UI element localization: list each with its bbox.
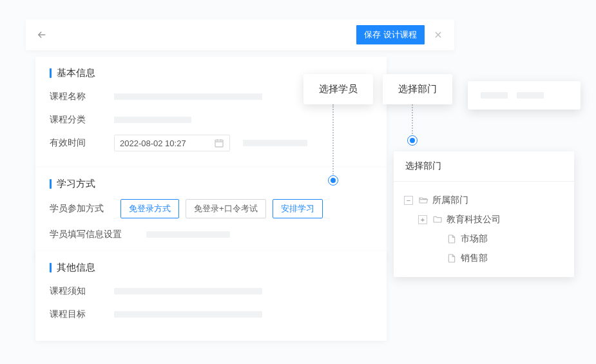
student-info-placeholder xyxy=(146,231,230,238)
dot-marker-student xyxy=(328,175,338,186)
course-goal-label: 课程目标 xyxy=(50,309,114,320)
stub-placeholder-2 xyxy=(517,92,544,99)
course-category-placeholder xyxy=(114,117,191,123)
calendar-icon xyxy=(214,138,224,148)
folder-icon xyxy=(432,215,443,225)
topbar: 保存 设计课程 xyxy=(26,19,454,50)
tree-node-marketing-label: 市场部 xyxy=(461,233,488,245)
valid-time-label: 有效时间 xyxy=(50,137,114,149)
file-icon xyxy=(447,253,457,263)
department-tree: − 所属部门 + 教育科技公司 市场部 销售部 xyxy=(394,182,574,268)
tree-node-sales[interactable]: 销售部 xyxy=(404,249,564,268)
tree-node-sales-label: 销售部 xyxy=(461,253,488,264)
student-info-label: 学员填写信息设置 xyxy=(50,229,146,240)
course-notice-placeholder xyxy=(114,288,262,294)
department-panel-title: 选择部门 xyxy=(394,151,574,182)
valid-time-extra-placeholder xyxy=(243,140,307,146)
other-info-card: 其他信息 课程须知 课程目标 xyxy=(35,251,387,341)
course-name-label: 课程名称 xyxy=(50,91,114,102)
connector-dept xyxy=(412,104,413,137)
course-goal-placeholder xyxy=(114,311,262,318)
valid-time-input-wrap[interactable] xyxy=(114,135,230,151)
dot-marker-dept xyxy=(407,135,418,146)
course-notice-row: 课程须知 xyxy=(50,283,372,300)
tree-expand-icon[interactable]: + xyxy=(418,215,427,224)
student-info-row: 学员填写信息设置 xyxy=(50,226,372,243)
tree-node-root-label: 所属部门 xyxy=(432,195,468,206)
option-login-free-exam[interactable]: 免登录+口令考试 xyxy=(186,199,266,218)
course-goal-row: 课程目标 xyxy=(50,306,372,323)
folder-open-icon xyxy=(418,195,428,206)
participation-label: 学员参加方式 xyxy=(50,203,120,215)
tree-node-root[interactable]: − 所属部门 xyxy=(404,191,564,210)
tree-node-company[interactable]: + 教育科技公司 xyxy=(404,210,564,229)
stub-placeholder-1 xyxy=(481,92,508,99)
select-student-tab[interactable]: 选择学员 xyxy=(303,74,373,104)
participation-row: 学员参加方式 免登录方式 免登录+口令考试 安排学习 xyxy=(50,199,372,218)
option-arrange-study[interactable]: 安排学习 xyxy=(273,199,323,218)
valid-time-row: 有效时间 xyxy=(50,135,372,151)
option-login-free[interactable]: 免登录方式 xyxy=(120,199,179,218)
valid-time-input[interactable] xyxy=(120,139,214,148)
select-department-tab[interactable]: 选择部门 xyxy=(383,74,452,104)
svg-rect-0 xyxy=(215,140,223,147)
course-category-row: 课程分类 xyxy=(50,111,372,128)
other-info-title: 其他信息 xyxy=(50,262,372,274)
back-button[interactable] xyxy=(35,28,49,42)
study-mode-title: 学习方式 xyxy=(50,178,372,190)
course-notice-label: 课程须知 xyxy=(50,285,114,297)
popover-extra xyxy=(468,81,581,110)
tree-node-marketing[interactable]: 市场部 xyxy=(404,229,564,249)
arrow-left-icon xyxy=(36,29,48,41)
save-design-button[interactable]: 保存 设计课程 xyxy=(356,25,425,44)
connector-student xyxy=(332,104,334,177)
tree-collapse-icon[interactable]: − xyxy=(404,196,413,205)
department-panel: 选择部门 − 所属部门 + 教育科技公司 市场部 销售部 xyxy=(394,151,574,277)
course-name-placeholder xyxy=(114,93,262,100)
course-category-label: 课程分类 xyxy=(50,114,114,126)
file-icon xyxy=(447,234,457,244)
close-icon xyxy=(433,30,443,40)
close-button[interactable] xyxy=(431,28,445,42)
tree-node-company-label: 教育科技公司 xyxy=(447,214,501,225)
